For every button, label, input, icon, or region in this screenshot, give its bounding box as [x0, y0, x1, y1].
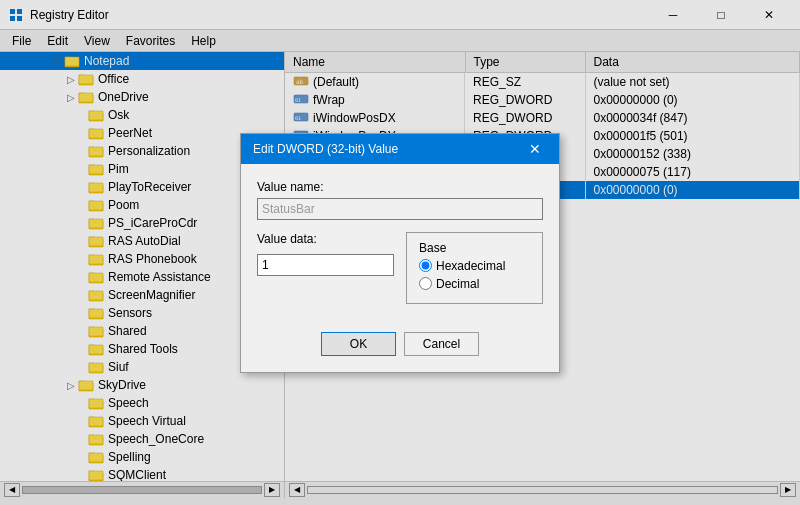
value-data-label: Value data: — [257, 232, 394, 246]
value-name-label: Value name: — [257, 180, 543, 194]
radio-dec-input[interactable] — [419, 277, 432, 290]
dialog-buttons: OK Cancel — [241, 320, 559, 372]
radio-dec-label: Decimal — [436, 277, 479, 291]
dialog-body: Value name: Value data: Base Hexadecimal — [241, 164, 559, 320]
dialog-title-bar: Edit DWORD (32-bit) Value ✕ — [241, 134, 559, 164]
ok-button[interactable]: OK — [321, 332, 396, 356]
dialog-data-row: Value data: Base Hexadecimal Decimal — [257, 232, 543, 304]
dialog-title-text: Edit DWORD (32-bit) Value — [253, 142, 398, 156]
dialog-close-button[interactable]: ✕ — [523, 137, 547, 161]
value-data-input[interactable] — [257, 254, 394, 276]
value-name-input[interactable] — [257, 198, 543, 220]
base-col: Base Hexadecimal Decimal — [406, 232, 543, 304]
radio-hex-input[interactable] — [419, 259, 432, 272]
radio-hex-label: Hexadecimal — [436, 259, 505, 273]
base-label: Base — [419, 241, 530, 255]
value-data-col: Value data: — [257, 232, 394, 304]
edit-dword-dialog: Edit DWORD (32-bit) Value ✕ Value name: … — [240, 133, 560, 373]
base-box: Base Hexadecimal Decimal — [406, 232, 543, 304]
radio-hexadecimal[interactable]: Hexadecimal — [419, 259, 530, 273]
cancel-button[interactable]: Cancel — [404, 332, 479, 356]
radio-decimal[interactable]: Decimal — [419, 277, 530, 291]
dialog-overlay: Edit DWORD (32-bit) Value ✕ Value name: … — [0, 0, 800, 505]
